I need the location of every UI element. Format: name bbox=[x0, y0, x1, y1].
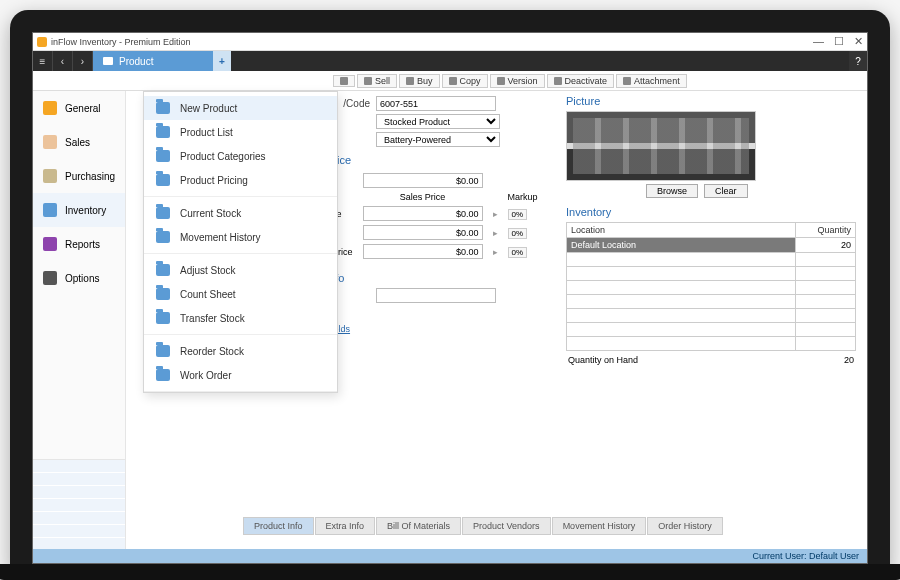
markup-value-3[interactable]: 0% bbox=[508, 247, 528, 258]
tab-product[interactable]: Product bbox=[93, 51, 213, 71]
app-logo-icon bbox=[37, 37, 47, 47]
arrow-icon: ▸ bbox=[489, 224, 502, 241]
nav-back-button[interactable]: ‹ bbox=[53, 51, 73, 71]
folder-icon bbox=[156, 288, 170, 300]
close-button[interactable]: ✕ bbox=[854, 35, 863, 48]
inventory-icon bbox=[43, 203, 57, 217]
maximize-button[interactable]: ☐ bbox=[834, 35, 844, 48]
tab-order-history[interactable]: Order History bbox=[647, 517, 723, 535]
submenu-transfer-stock[interactable]: Transfer Stock bbox=[144, 306, 337, 330]
table-row[interactable] bbox=[567, 295, 856, 309]
cell-quantity[interactable]: 20 bbox=[796, 238, 856, 253]
folder-icon bbox=[156, 231, 170, 243]
window-title: inFlow Inventory - Premium Edition bbox=[51, 37, 191, 47]
buy-icon bbox=[406, 77, 414, 85]
status-user-label: Current User: bbox=[752, 551, 806, 561]
folder-icon bbox=[156, 207, 170, 219]
purchasing-icon bbox=[43, 169, 57, 183]
folder-icon bbox=[156, 174, 170, 186]
version-icon bbox=[497, 77, 505, 85]
submenu-new-product[interactable]: New Product bbox=[144, 96, 337, 120]
tab-strip: ≡ ‹ › Product + ? bbox=[33, 51, 867, 71]
price-input-3[interactable] bbox=[363, 244, 483, 259]
folder-icon bbox=[156, 150, 170, 162]
tab-movement-history[interactable]: Movement History bbox=[552, 517, 647, 535]
submenu-work-order[interactable]: Work Order bbox=[144, 363, 337, 387]
sidebar-item-sales[interactable]: Sales bbox=[33, 125, 125, 159]
table-row[interactable] bbox=[567, 337, 856, 351]
table-row[interactable] bbox=[567, 253, 856, 267]
folder-icon bbox=[103, 57, 113, 65]
qoh-label: Quantity on Hand bbox=[568, 355, 638, 365]
price-input-2[interactable] bbox=[363, 225, 483, 240]
folder-icon bbox=[156, 102, 170, 114]
sell-button[interactable]: Sell bbox=[357, 74, 397, 88]
reports-icon bbox=[43, 237, 57, 251]
price-input-1[interactable] bbox=[363, 206, 483, 221]
status-bar: Current User: Default User bbox=[33, 549, 867, 563]
table-row[interactable] bbox=[567, 323, 856, 337]
col-quantity[interactable]: Quantity bbox=[796, 223, 856, 238]
product-picture[interactable] bbox=[566, 111, 756, 181]
tab-extra-info[interactable]: Extra Info bbox=[315, 517, 376, 535]
cell-location[interactable]: Default Location bbox=[567, 238, 796, 253]
qoh-value: 20 bbox=[844, 355, 854, 365]
inventory-section-header: Inventory bbox=[566, 206, 856, 218]
tab-label: Product bbox=[119, 56, 153, 67]
submenu-product-categories[interactable]: Product Categories bbox=[144, 144, 337, 168]
info-input[interactable] bbox=[376, 288, 496, 303]
submenu-current-stock[interactable]: Current Stock bbox=[144, 201, 337, 225]
sales-price-header: Sales Price bbox=[359, 191, 487, 203]
main-menu-button[interactable]: ≡ bbox=[33, 51, 53, 71]
folder-icon bbox=[156, 369, 170, 381]
type-select[interactable]: Stocked Product bbox=[376, 114, 500, 129]
options-icon bbox=[43, 271, 57, 285]
detail-tabs: Product Info Extra Info Bill Of Material… bbox=[243, 517, 855, 535]
nav-forward-button[interactable]: › bbox=[73, 51, 93, 71]
markup-header: Markup bbox=[504, 191, 542, 203]
table-row[interactable] bbox=[567, 281, 856, 295]
buy-button[interactable]: Buy bbox=[399, 74, 440, 88]
submenu-count-sheet[interactable]: Count Sheet bbox=[144, 282, 337, 306]
deactivate-icon bbox=[554, 77, 562, 85]
save-button[interactable] bbox=[333, 75, 355, 87]
window-titlebar: inFlow Inventory - Premium Edition — ☐ ✕ bbox=[33, 33, 867, 51]
markup-value-1[interactable]: 0% bbox=[508, 209, 528, 220]
submenu-product-list[interactable]: Product List bbox=[144, 120, 337, 144]
browse-button[interactable]: Browse bbox=[646, 184, 698, 198]
col-location[interactable]: Location bbox=[567, 223, 796, 238]
attachment-button[interactable]: Attachment bbox=[616, 74, 687, 88]
submenu-product-pricing[interactable]: Product Pricing bbox=[144, 168, 337, 192]
tab-product-vendors[interactable]: Product Vendors bbox=[462, 517, 551, 535]
clear-button[interactable]: Clear bbox=[704, 184, 748, 198]
submenu-adjust-stock[interactable]: Adjust Stock bbox=[144, 258, 337, 282]
sidebar-item-inventory[interactable]: Inventory bbox=[33, 193, 125, 227]
price-section-header: Price bbox=[326, 154, 556, 166]
attachment-icon bbox=[623, 77, 631, 85]
submenu-movement-history[interactable]: Movement History bbox=[144, 225, 337, 249]
sidebar-item-reports[interactable]: Reports bbox=[33, 227, 125, 261]
markup-value-2[interactable]: 0% bbox=[508, 228, 528, 239]
sidebar-item-general[interactable]: General bbox=[33, 91, 125, 125]
inventory-submenu: New Product Product List Product Categor… bbox=[143, 91, 338, 393]
copy-button[interactable]: Copy bbox=[442, 74, 488, 88]
sidebar-item-purchasing[interactable]: Purchasing bbox=[33, 159, 125, 193]
code-input[interactable] bbox=[376, 96, 496, 111]
minimize-button[interactable]: — bbox=[813, 35, 824, 48]
sidebar-item-options[interactable]: Options bbox=[33, 261, 125, 295]
table-row[interactable]: Default Location 20 bbox=[567, 238, 856, 253]
folder-icon bbox=[156, 126, 170, 138]
tab-bom[interactable]: Bill Of Materials bbox=[376, 517, 461, 535]
sales-icon bbox=[43, 135, 57, 149]
version-button[interactable]: Version bbox=[490, 74, 545, 88]
new-tab-button[interactable]: + bbox=[213, 51, 231, 71]
deactivate-button[interactable]: Deactivate bbox=[547, 74, 615, 88]
table-row[interactable] bbox=[567, 267, 856, 281]
submenu-reorder-stock[interactable]: Reorder Stock bbox=[144, 339, 337, 363]
help-button[interactable]: ? bbox=[849, 51, 867, 71]
table-row[interactable] bbox=[567, 309, 856, 323]
cost-input[interactable] bbox=[363, 173, 483, 188]
sidebar-list-placeholder bbox=[33, 459, 125, 549]
category-select[interactable]: Battery-Powered bbox=[376, 132, 500, 147]
tab-product-info[interactable]: Product Info bbox=[243, 517, 314, 535]
